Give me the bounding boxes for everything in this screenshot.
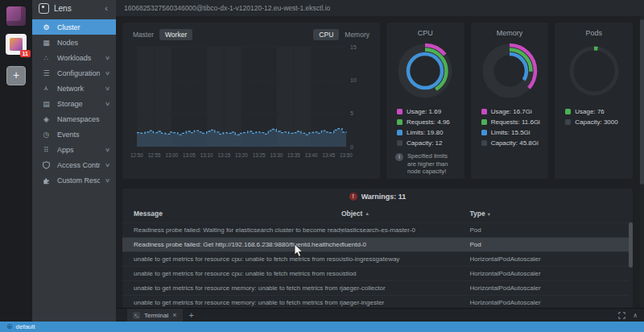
legend-swatch	[565, 109, 571, 114]
svg-text:13:00: 13:00	[165, 152, 178, 158]
metric-title: Pods	[585, 29, 602, 37]
cpu-usage-chart-card: Master Worker CPU Memory 05101512:5012:5…	[122, 23, 380, 179]
sidebar-item-configuration[interactable]: ☰ Configuration ∨	[32, 65, 116, 81]
add-cluster-button[interactable]: +	[6, 66, 26, 85]
svg-text:13:05: 13:05	[183, 152, 196, 158]
table-row[interactable]: unable to get metrics for resource memor…	[122, 280, 633, 295]
legend-swatch	[481, 130, 487, 135]
legend-swatch	[481, 119, 487, 125]
sidebar-collapse-icon[interactable]: ‹	[103, 3, 109, 13]
column-type[interactable]: Type▾	[470, 210, 629, 218]
chevron-down-icon: ∨	[105, 70, 110, 77]
svg-text:13:15: 13:15	[217, 152, 230, 158]
svg-text:13:40: 13:40	[305, 152, 318, 158]
column-message[interactable]: Message	[134, 210, 341, 218]
collapse-dock-icon[interactable]: ∧	[633, 312, 638, 319]
legend-swatch	[397, 140, 402, 146]
tab-worker[interactable]: Worker	[159, 29, 192, 40]
namespaces-icon: ◈	[41, 115, 52, 123]
metrics-row: Master Worker CPU Memory 05101512:5012:5…	[122, 23, 633, 179]
sidebar-item-namespaces[interactable]: ◈ Namespaces	[32, 111, 116, 127]
legend-item: Usage: 1.69	[397, 106, 464, 117]
sidebar-header: Lens ‹	[32, 0, 116, 16]
cluster-cube-icon	[10, 38, 23, 51]
sort-icon: ▾	[488, 211, 490, 217]
sidebar-item-nodes[interactable]: ▦ Nodes	[32, 35, 116, 50]
terminal-tab[interactable]: >_ Terminal ×	[127, 309, 183, 322]
table-row[interactable]: Readiness probe failed: Waiting for elas…	[122, 222, 633, 237]
terminal-icon: >_	[133, 312, 140, 319]
app-rail: 11 +	[0, 0, 32, 322]
sidebar-item-workloads[interactable]: ∴ Workloads ∨	[32, 50, 116, 65]
active-cluster-icon[interactable]: 11	[6, 34, 27, 55]
legend-item: Requests: 11.6Gi	[481, 117, 549, 127]
tab-master[interactable]: Master	[127, 29, 159, 40]
warning-count-badge: 11	[20, 50, 31, 57]
catalog-cube-icon[interactable]	[6, 6, 26, 26]
metric-title: CPU	[418, 29, 433, 37]
legend-label: Capacity: 3000	[575, 118, 617, 126]
donut-chart-cpu	[394, 40, 456, 102]
sidebar-item-apps[interactable]: ⠿ Apps ∨	[32, 142, 116, 157]
donut-legend: Usage: 76Capacity: 3000	[555, 102, 633, 127]
bottom-dock: >_ Terminal × + ∧	[116, 308, 644, 322]
workloads-icon: ∴	[41, 54, 52, 62]
sidebar-item-storage[interactable]: ▤ Storage ∨	[32, 96, 116, 111]
legend-label: Usage: 1.69	[407, 108, 441, 115]
legend-swatch	[397, 109, 402, 114]
legend-label: Capacity: 45.8Gi	[491, 139, 539, 147]
donut-legend: Usage: 1.69Requests: 4.96Limits: 19.80Ca…	[386, 102, 464, 148]
table-scrollbar-thumb[interactable]	[629, 222, 633, 268]
table-row[interactable]: unable to get metrics for resource cpu: …	[122, 251, 633, 266]
events-clock-icon: ◷	[41, 131, 52, 139]
cluster-overview: Master Worker CPU Memory 05101512:5012:5…	[116, 16, 644, 308]
status-bar: ⊕ default	[0, 322, 644, 332]
legend-swatch	[397, 119, 402, 125]
svg-text:0: 0	[350, 144, 353, 150]
svg-text:13:45: 13:45	[322, 152, 335, 158]
chevron-down-icon: ∨	[105, 177, 110, 184]
new-terminal-button[interactable]: +	[189, 310, 194, 320]
legend-item: Limits: 15.5Gi	[481, 127, 549, 138]
limits-warning-note: iSpecified limits are higher than node c…	[386, 148, 464, 176]
svg-text:10: 10	[350, 77, 357, 83]
legend-item: Capacity: 12	[397, 138, 464, 148]
chevron-down-icon: ∨	[105, 55, 110, 61]
sidebar-item-network[interactable]: Y Network ∨	[32, 81, 116, 96]
main-scrollbar-thumb[interactable]	[640, 19, 644, 185]
table-scrollbar	[629, 222, 633, 308]
chevron-down-icon: ∨	[105, 162, 110, 168]
info-icon: i	[395, 153, 403, 161]
column-object[interactable]: Object▲	[341, 210, 470, 218]
table-row-hovered[interactable]: Readiness probe failed: Get http://192.1…	[122, 237, 633, 251]
expand-dock-icon[interactable]	[618, 312, 625, 319]
warnings-header: ! Warnings: 11	[122, 189, 633, 205]
puzzle-icon	[41, 176, 52, 184]
table-row[interactable]: unable to get metrics for resource memor…	[122, 295, 633, 308]
note-text: Specified limits are higher than node ca…	[407, 152, 458, 176]
sidebar-item-custom-resources[interactable]: Custom Resources ∨	[32, 172, 116, 188]
legend-swatch	[481, 140, 487, 146]
sidebar-item-cluster[interactable]: ⚙ Cluster	[32, 19, 116, 35]
legend-label: Requests: 11.6Gi	[491, 118, 540, 126]
metric-card-pods: PodsUsage: 76Capacity: 3000	[555, 23, 633, 179]
warnings-table-header: Message Object▲ Type▾	[122, 205, 633, 222]
svg-text:13:20: 13:20	[235, 152, 248, 158]
tab-memory[interactable]: Memory	[339, 29, 375, 40]
legend-swatch	[481, 109, 487, 114]
main-scrollbar	[640, 16, 644, 308]
apps-grid-icon: ⠿	[41, 146, 52, 154]
active-namespace[interactable]: default	[16, 323, 35, 330]
donut-legend: Usage: 16.7GiRequests: 11.6GiLimits: 15.…	[471, 102, 549, 148]
svg-text:12:50: 12:50	[130, 152, 143, 158]
sidebar-item-events[interactable]: ◷ Events	[32, 127, 116, 142]
warnings-panel: ! Warnings: 11 Message Object▲ Type▾ Rea…	[122, 189, 633, 308]
svg-text:13:35: 13:35	[287, 152, 300, 158]
tab-cpu[interactable]: CPU	[313, 29, 339, 40]
sidebar-item-access-control[interactable]: Access Control ∨	[32, 157, 116, 172]
main-area: 1606825327560346000@tibco-dx-1-v120120-1…	[116, 0, 644, 322]
close-terminal-icon[interactable]: ×	[172, 311, 176, 319]
svg-text:5: 5	[350, 110, 353, 116]
table-row[interactable]: unable to get metrics for resource cpu: …	[122, 266, 633, 280]
svg-text:12:55: 12:55	[148, 152, 161, 158]
